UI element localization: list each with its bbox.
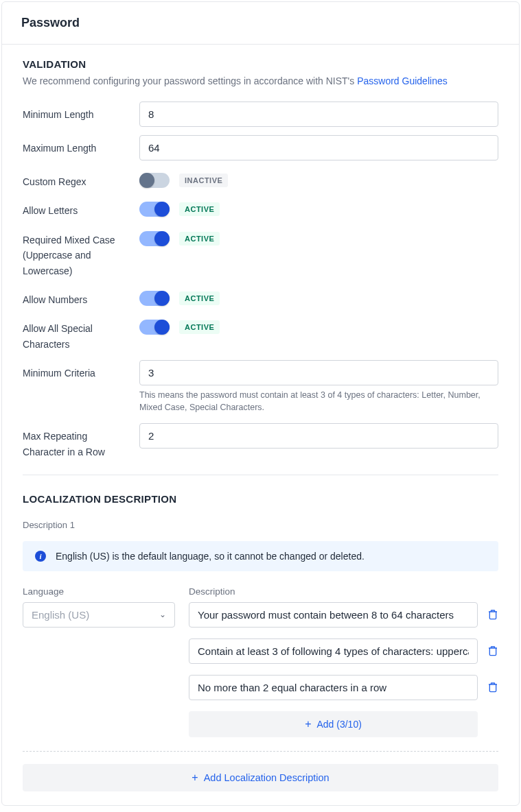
custom-regex-toggle[interactable] (139, 173, 170, 188)
description-row (189, 675, 498, 700)
language-column: Language English (US) ⌄ (23, 586, 175, 628)
min-criteria-row: Minimum Criteria This means the password… (23, 360, 498, 414)
plus-icon: + (192, 772, 198, 783)
description-label: Description (189, 586, 498, 597)
allow-letters-toggle[interactable] (139, 202, 170, 217)
description-input-2[interactable] (189, 638, 478, 664)
delete-icon[interactable] (487, 645, 498, 657)
custom-regex-row: Custom Regex INACTIVE (23, 169, 498, 189)
language-select[interactable]: English (US) ⌄ (23, 602, 175, 628)
custom-regex-label: Custom Regex (23, 169, 139, 189)
max-length-input[interactable] (139, 135, 498, 160)
allow-numbers-toggle[interactable] (139, 291, 170, 306)
allow-letters-row: Allow Letters ACTIVE (23, 198, 498, 218)
validation-description: We recommend configuring your password s… (23, 75, 498, 86)
info-icon: i (35, 551, 46, 562)
allow-special-toggle[interactable] (139, 320, 170, 335)
allow-numbers-label: Allow Numbers (23, 287, 139, 307)
allow-letters-badge: ACTIVE (179, 202, 220, 216)
description-row (189, 602, 498, 628)
max-length-label: Maximum Length (23, 135, 139, 156)
plus-icon: + (305, 719, 311, 730)
section-divider (23, 475, 498, 475)
min-criteria-input[interactable] (139, 360, 498, 385)
add-localization-label: Add Localization Description (204, 772, 329, 783)
validation-title: VALIDATION (23, 58, 498, 70)
password-settings-card: Password VALIDATION We recommend configu… (1, 1, 520, 806)
allow-special-badge: ACTIVE (179, 320, 220, 334)
language-label: Language (23, 586, 175, 597)
add-localization-button[interactable]: + Add Localization Description (23, 764, 498, 791)
min-length-label: Minimum Length (23, 102, 139, 122)
max-repeat-row: Max Repeating Character in a Row (23, 423, 498, 459)
allow-special-label: Allow All Special Characters (23, 315, 139, 352)
validation-section: VALIDATION We recommend configuring your… (2, 45, 519, 805)
allow-numbers-row: Allow Numbers ACTIVE (23, 287, 498, 307)
min-criteria-help: This means the password must contain at … (139, 390, 498, 414)
language-value: English (US) (32, 609, 89, 621)
description-subheading: Description 1 (23, 520, 498, 530)
password-guidelines-link[interactable]: Password Guidelines (357, 75, 448, 86)
min-length-input[interactable] (139, 102, 498, 127)
max-repeat-label: Max Repeating Character in a Row (23, 423, 139, 459)
localization-grid: Language English (US) ⌄ Description (23, 586, 498, 737)
delete-icon[interactable] (487, 681, 498, 693)
dashed-divider (23, 751, 498, 752)
description-input-1[interactable] (189, 602, 478, 628)
page-title: Password (21, 16, 500, 30)
chevron-down-icon: ⌄ (159, 610, 166, 619)
card-header: Password (2, 2, 519, 45)
mixed-case-badge: ACTIVE (179, 232, 220, 246)
mixed-case-toggle[interactable] (139, 231, 170, 246)
add-description-label: Add (3/10) (316, 719, 361, 730)
add-description-button[interactable]: + Add (3/10) (189, 711, 478, 737)
max-repeat-input[interactable] (139, 423, 498, 449)
allow-letters-label: Allow Letters (23, 198, 139, 218)
min-length-row: Minimum Length (23, 102, 498, 127)
localization-title: LOCALIZATION DESCRIPTION (23, 493, 498, 505)
allow-numbers-badge: ACTIVE (179, 291, 220, 305)
min-criteria-label: Minimum Criteria (23, 360, 139, 381)
info-message: English (US) is the default language, so… (56, 551, 364, 562)
description-input-3[interactable] (189, 675, 478, 700)
mixed-case-label: Required Mixed Case (Uppercase and Lower… (23, 227, 139, 278)
description-column: Description (189, 586, 498, 737)
allow-special-row: Allow All Special Characters ACTIVE (23, 315, 498, 352)
max-length-row: Maximum Length (23, 135, 498, 160)
delete-icon[interactable] (487, 608, 498, 621)
description-row (189, 638, 498, 664)
custom-regex-badge: INACTIVE (179, 174, 228, 187)
default-language-info: i English (US) is the default language, … (23, 541, 498, 571)
mixed-case-row: Required Mixed Case (Uppercase and Lower… (23, 227, 498, 278)
